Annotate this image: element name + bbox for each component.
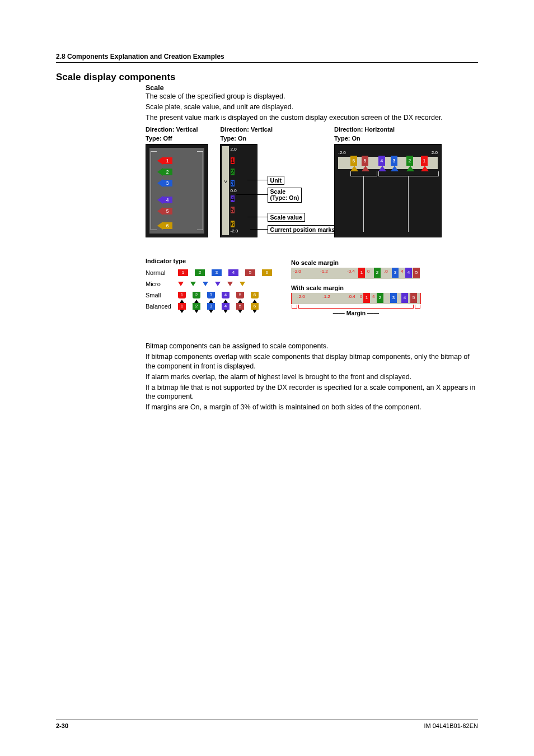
- scale-unit: V: [224, 179, 227, 184]
- body-p3: If alarm marks overlap, the alarm of hig…: [146, 372, 478, 382]
- micro-marker-4: [215, 282, 221, 286]
- small-marker-5: 5: [236, 292, 244, 298]
- balanced-marker-2: 2: [193, 303, 200, 310]
- indicator-row-normal: Normal: [146, 269, 178, 276]
- with-margin-heading: With scale margin: [291, 284, 421, 291]
- body-p4: If a bitmap file that is not supported b…: [146, 383, 478, 402]
- small-marker-3: 3: [207, 292, 215, 298]
- indicator-row-small: Small: [146, 292, 178, 298]
- small-marker-1: 1: [178, 292, 186, 298]
- fig-caption-3b: Type: On: [334, 135, 446, 142]
- no-margin-heading: No scale margin: [291, 259, 421, 266]
- marker-3: 3: [162, 180, 172, 186]
- marker-4: 4: [231, 195, 234, 202]
- fig-caption-1a: Direction: Vertical: [146, 126, 218, 133]
- no-margin-val-a: -2.0: [293, 269, 301, 274]
- balanced-marker-3: 3: [207, 303, 215, 310]
- no-margin-marker-2: 2: [374, 268, 381, 278]
- with-margin-val-d: 0: [360, 294, 362, 299]
- with-margin-val-e: 4: [372, 294, 374, 299]
- fig-caption-2b: Type: On: [220, 135, 332, 142]
- no-margin-val-d: 0: [367, 269, 369, 274]
- no-margin-val-f: .0: [384, 269, 388, 274]
- margin-label: Margin: [346, 310, 366, 316]
- scale-horizontal-on: -2.0 2.0 6 5 4 3 2 1: [334, 144, 442, 237]
- fig-caption-1b: Type: Off: [146, 135, 218, 142]
- no-margin-val-c: -0.4: [347, 269, 355, 274]
- micro-marker-2: [190, 282, 196, 286]
- body-p2: If bitmap components overlap with scale …: [146, 352, 478, 371]
- fig-caption-3a: Direction: Horizontal: [334, 126, 446, 133]
- h-scale-left: -2.0: [338, 150, 346, 155]
- micro-marker-1: [178, 282, 184, 286]
- scale-value-bot: -2.0: [230, 228, 238, 234]
- with-margin-marker-5: 5: [410, 293, 417, 303]
- doc-id: IM 04L41B01-62EN: [424, 722, 478, 729]
- normal-marker-2: 2: [195, 269, 205, 276]
- scale-heading: Scale: [146, 84, 478, 92]
- marker-6: 6: [231, 221, 234, 227]
- balanced-marker-1: 1: [178, 303, 186, 310]
- micro-marker-3: [203, 282, 208, 286]
- marker-6: 6: [162, 222, 172, 229]
- normal-marker-1: 1: [178, 269, 188, 276]
- marker-5: 5: [362, 156, 368, 166]
- h-scale-right: 2.0: [432, 150, 438, 155]
- indicator-type-table: Normal 1 2 3 4 5 6 Micro Small 1 2 3 4 5…: [146, 268, 272, 311]
- marker-1: 1: [162, 157, 172, 164]
- section-header: 2.8 Components Explanation and Creation …: [56, 53, 478, 63]
- marker-5: 5: [162, 208, 172, 214]
- with-margin-scale: -2.0 -1.2 -0.4 0 1 4 2 3 4 5: [291, 293, 421, 304]
- page-number: 2-30: [56, 722, 68, 729]
- no-margin-val-b: -1.2: [320, 269, 328, 274]
- small-marker-2: 2: [193, 292, 200, 298]
- with-margin-marker-2: 2: [377, 293, 383, 303]
- body-p5: If margins are On, a margin of 3% of wid…: [146, 403, 478, 412]
- indicator-row-micro: Micro: [146, 281, 178, 287]
- marker-1: 1: [231, 157, 234, 164]
- no-margin-val-g: 4: [401, 269, 403, 274]
- no-margin-marker-1: 1: [358, 268, 365, 278]
- with-margin-marker-3: 3: [390, 293, 397, 303]
- micro-marker-6: [240, 282, 245, 286]
- marker-2: 2: [231, 169, 234, 175]
- with-margin-val-b: -1.2: [322, 294, 330, 299]
- marker-2: 2: [406, 156, 413, 166]
- no-margin-marker-4: 4: [405, 268, 412, 278]
- label-scale-value: Scale value: [268, 213, 305, 222]
- no-margin-marker-5: 5: [413, 268, 420, 278]
- scale-desc-2: Scale plate, scale value, and unit are d…: [146, 102, 478, 112]
- balanced-marker-4: 4: [222, 303, 229, 310]
- balanced-marker-6: 6: [251, 303, 259, 310]
- with-margin-val-a: -2.0: [297, 294, 305, 299]
- marker-4: 4: [378, 156, 385, 166]
- normal-marker-3: 3: [212, 269, 222, 276]
- fig-caption-2a: Direction: Vertical: [220, 126, 332, 133]
- with-margin-val-c: -0.4: [348, 294, 355, 299]
- margin-figure: No scale margin -2.0 -1.2 -0.4 1 0 2 .0 …: [291, 259, 421, 316]
- marker-3: 3: [391, 156, 397, 166]
- micro-marker-5: [227, 282, 233, 286]
- normal-marker-5: 5: [245, 269, 255, 276]
- small-marker-6: 6: [251, 292, 259, 298]
- marker-6: 6: [350, 156, 357, 166]
- normal-marker-4: 4: [228, 269, 238, 276]
- body-p1: Bitmap components can be assigned to sca…: [146, 342, 478, 351]
- marker-1: 1: [421, 156, 428, 166]
- scale-desc-1: The scale of the specified group is disp…: [146, 92, 478, 101]
- label-position-marks: Current position marks: [268, 225, 338, 234]
- small-marker-4: 4: [222, 292, 229, 298]
- page-footer: 2-30 IM 04L41B01-62EN: [56, 720, 478, 729]
- with-margin-marker-4: 4: [401, 293, 408, 303]
- with-margin-marker-1: 1: [363, 293, 370, 303]
- indicator-row-balanced: Balanced: [146, 303, 178, 310]
- balanced-marker-5: 5: [236, 303, 244, 310]
- marker-3: 3: [231, 180, 234, 186]
- scale-value-top: 2.0: [230, 147, 236, 152]
- marker-2: 2: [162, 169, 172, 175]
- label-unit: Unit: [268, 176, 284, 185]
- scale-value-mid: 0.0: [230, 188, 236, 193]
- scale-vertical-off: 1 2 3 4 5 6: [146, 144, 208, 237]
- scale-vertical-on: 2.0 0.0 -2.0 V 1 2 3 4 5 6: [220, 144, 257, 237]
- scale-figure: Direction: Vertical Type: Off 1 2 3 4 5 …: [146, 126, 478, 237]
